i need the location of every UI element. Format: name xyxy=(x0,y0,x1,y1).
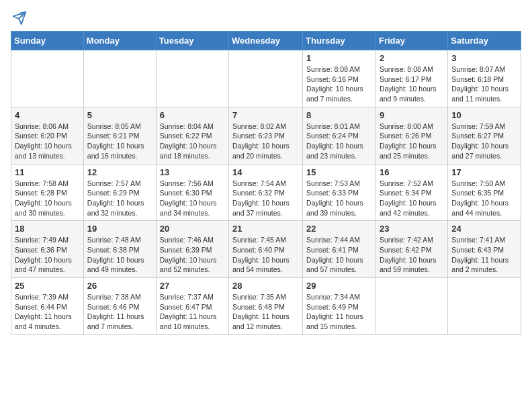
day-info: Sunrise: 7:39 AMSunset: 6:44 PMDaylight:… xyxy=(15,292,80,332)
day-number: 15 xyxy=(306,167,372,177)
calendar-cell: 27Sunrise: 7:37 AMSunset: 6:47 PMDayligh… xyxy=(156,278,228,335)
day-info: Sunrise: 8:00 AMSunset: 6:26 PMDaylight:… xyxy=(380,122,444,161)
calendar-day-header: Thursday xyxy=(303,32,376,50)
day-info: Sunrise: 7:59 AMSunset: 6:27 PMDaylight:… xyxy=(451,122,517,161)
day-info: Sunrise: 7:57 AMSunset: 6:29 PMDaylight:… xyxy=(87,179,152,218)
calendar-cell: 23Sunrise: 7:42 AMSunset: 6:42 PMDayligh… xyxy=(375,221,447,278)
day-info: Sunrise: 8:05 AMSunset: 6:21 PMDaylight:… xyxy=(87,122,152,161)
day-number: 2 xyxy=(380,53,444,63)
calendar-day-header: Friday xyxy=(375,32,447,50)
calendar-cell: 7Sunrise: 8:02 AMSunset: 6:23 PMDaylight… xyxy=(229,107,303,164)
day-number: 24 xyxy=(451,224,517,234)
calendar-cell: 21Sunrise: 7:45 AMSunset: 6:40 PMDayligh… xyxy=(229,221,303,278)
calendar-week-row: 1Sunrise: 8:08 AMSunset: 6:16 PMDaylight… xyxy=(11,50,521,107)
day-info: Sunrise: 8:07 AMSunset: 6:18 PMDaylight:… xyxy=(451,64,517,104)
day-number: 13 xyxy=(160,167,225,177)
calendar-cell: 8Sunrise: 8:01 AMSunset: 6:24 PMDaylight… xyxy=(303,107,376,164)
page-header xyxy=(11,11,521,26)
day-info: Sunrise: 7:56 AMSunset: 6:30 PMDaylight:… xyxy=(160,179,225,218)
calendar-cell: 19Sunrise: 7:48 AMSunset: 6:38 PMDayligh… xyxy=(83,221,156,278)
calendar-cell: 16Sunrise: 7:52 AMSunset: 6:34 PMDayligh… xyxy=(375,164,447,221)
day-number: 25 xyxy=(15,281,80,291)
calendar-cell: 18Sunrise: 7:49 AMSunset: 6:36 PMDayligh… xyxy=(11,221,84,278)
calendar-cell: 6Sunrise: 8:04 AMSunset: 6:22 PMDaylight… xyxy=(156,107,228,164)
calendar-cell: 5Sunrise: 8:05 AMSunset: 6:21 PMDaylight… xyxy=(83,107,156,164)
day-number: 26 xyxy=(87,281,152,291)
day-info: Sunrise: 7:45 AMSunset: 6:40 PMDaylight:… xyxy=(232,235,299,275)
calendar-week-row: 4Sunrise: 8:06 AMSunset: 6:20 PMDaylight… xyxy=(11,107,521,164)
day-info: Sunrise: 7:50 AMSunset: 6:35 PMDaylight:… xyxy=(451,179,517,218)
calendar-week-row: 25Sunrise: 7:39 AMSunset: 6:44 PMDayligh… xyxy=(11,278,521,335)
day-info: Sunrise: 7:34 AMSunset: 6:49 PMDaylight:… xyxy=(306,292,372,332)
calendar-day-header: Monday xyxy=(83,32,156,50)
day-number: 5 xyxy=(87,110,152,120)
day-info: Sunrise: 8:01 AMSunset: 6:24 PMDaylight:… xyxy=(306,122,372,161)
calendar-cell: 17Sunrise: 7:50 AMSunset: 6:35 PMDayligh… xyxy=(448,164,521,221)
day-number: 17 xyxy=(451,167,517,177)
day-info: Sunrise: 7:52 AMSunset: 6:34 PMDaylight:… xyxy=(380,179,444,218)
day-number: 10 xyxy=(451,110,517,120)
day-number: 16 xyxy=(380,167,444,177)
calendar-cell: 4Sunrise: 8:06 AMSunset: 6:20 PMDaylight… xyxy=(11,107,84,164)
calendar-cell xyxy=(156,50,228,107)
day-info: Sunrise: 7:58 AMSunset: 6:28 PMDaylight:… xyxy=(15,179,80,218)
calendar-cell xyxy=(448,278,521,335)
day-number: 3 xyxy=(451,53,517,63)
day-number: 4 xyxy=(15,110,80,120)
calendar-cell xyxy=(229,50,303,107)
calendar-cell: 3Sunrise: 8:07 AMSunset: 6:18 PMDaylight… xyxy=(448,50,521,107)
logo xyxy=(11,11,27,26)
day-info: Sunrise: 8:08 AMSunset: 6:16 PMDaylight:… xyxy=(306,64,372,104)
day-number: 21 xyxy=(232,224,299,234)
day-number: 1 xyxy=(306,53,372,63)
calendar-cell: 10Sunrise: 7:59 AMSunset: 6:27 PMDayligh… xyxy=(448,107,521,164)
logo-bird-icon xyxy=(12,11,27,26)
calendar-cell: 20Sunrise: 7:46 AMSunset: 6:39 PMDayligh… xyxy=(156,221,228,278)
calendar-cell: 9Sunrise: 8:00 AMSunset: 6:26 PMDaylight… xyxy=(375,107,447,164)
calendar-cell: 25Sunrise: 7:39 AMSunset: 6:44 PMDayligh… xyxy=(11,278,84,335)
calendar-cell: 26Sunrise: 7:38 AMSunset: 6:46 PMDayligh… xyxy=(83,278,156,335)
day-info: Sunrise: 7:46 AMSunset: 6:39 PMDaylight:… xyxy=(160,235,225,275)
day-number: 23 xyxy=(380,224,444,234)
calendar-cell xyxy=(83,50,156,107)
calendar-cell xyxy=(375,278,447,335)
calendar-cell: 22Sunrise: 7:44 AMSunset: 6:41 PMDayligh… xyxy=(303,221,376,278)
calendar-day-header: Tuesday xyxy=(156,32,228,50)
day-number: 28 xyxy=(232,281,299,291)
calendar-day-header: Saturday xyxy=(448,32,521,50)
day-info: Sunrise: 7:41 AMSunset: 6:43 PMDaylight:… xyxy=(451,235,517,275)
calendar-cell: 14Sunrise: 7:54 AMSunset: 6:32 PMDayligh… xyxy=(229,164,303,221)
day-info: Sunrise: 7:38 AMSunset: 6:46 PMDaylight:… xyxy=(87,292,152,332)
day-number: 11 xyxy=(15,167,80,177)
calendar-cell: 12Sunrise: 7:57 AMSunset: 6:29 PMDayligh… xyxy=(83,164,156,221)
day-info: Sunrise: 8:02 AMSunset: 6:23 PMDaylight:… xyxy=(232,122,299,161)
day-info: Sunrise: 8:08 AMSunset: 6:17 PMDaylight:… xyxy=(380,64,444,104)
calendar-day-header: Wednesday xyxy=(229,32,303,50)
day-info: Sunrise: 7:37 AMSunset: 6:47 PMDaylight:… xyxy=(160,292,225,332)
day-number: 8 xyxy=(306,110,372,120)
day-info: Sunrise: 8:04 AMSunset: 6:22 PMDaylight:… xyxy=(160,122,225,161)
calendar-cell: 1Sunrise: 8:08 AMSunset: 6:16 PMDaylight… xyxy=(303,50,376,107)
day-number: 14 xyxy=(232,167,299,177)
day-info: Sunrise: 7:35 AMSunset: 6:48 PMDaylight:… xyxy=(232,292,299,332)
calendar-cell: 11Sunrise: 7:58 AMSunset: 6:28 PMDayligh… xyxy=(11,164,84,221)
calendar-cell xyxy=(11,50,84,107)
day-info: Sunrise: 7:42 AMSunset: 6:42 PMDaylight:… xyxy=(380,235,444,275)
day-info: Sunrise: 7:54 AMSunset: 6:32 PMDaylight:… xyxy=(232,179,299,218)
calendar-header-row: SundayMondayTuesdayWednesdayThursdayFrid… xyxy=(11,32,521,50)
day-number: 20 xyxy=(160,224,225,234)
calendar-cell: 24Sunrise: 7:41 AMSunset: 6:43 PMDayligh… xyxy=(448,221,521,278)
calendar-cell: 13Sunrise: 7:56 AMSunset: 6:30 PMDayligh… xyxy=(156,164,228,221)
calendar-table: SundayMondayTuesdayWednesdayThursdayFrid… xyxy=(11,31,521,335)
day-number: 27 xyxy=(160,281,225,291)
day-number: 22 xyxy=(306,224,372,234)
day-number: 19 xyxy=(87,224,152,234)
calendar-day-header: Sunday xyxy=(11,32,84,50)
day-number: 12 xyxy=(87,167,152,177)
day-info: Sunrise: 7:48 AMSunset: 6:38 PMDaylight:… xyxy=(87,235,152,275)
day-number: 7 xyxy=(232,110,299,120)
day-number: 6 xyxy=(160,110,225,120)
calendar-week-row: 11Sunrise: 7:58 AMSunset: 6:28 PMDayligh… xyxy=(11,164,521,221)
day-info: Sunrise: 7:49 AMSunset: 6:36 PMDaylight:… xyxy=(15,235,80,275)
day-number: 18 xyxy=(15,224,80,234)
